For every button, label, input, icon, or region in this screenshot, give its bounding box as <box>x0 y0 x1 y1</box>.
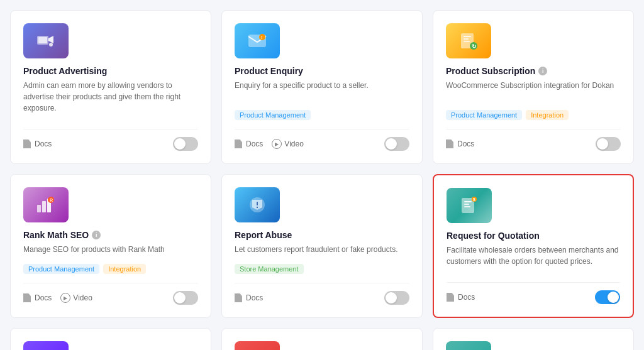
card-footer: Docs <box>23 129 198 151</box>
tag-product: Product Management <box>23 264 99 274</box>
tag-store: Store Management <box>235 264 304 274</box>
doc-icon <box>23 139 31 148</box>
svg-rect-10 <box>464 41 470 42</box>
docs-label: Docs <box>457 139 474 148</box>
card-icon: R <box>23 187 69 222</box>
card-icon: ! <box>235 23 280 58</box>
card-shipstation: ShipStation Integration Adds ShipStation… <box>433 328 634 350</box>
docs-label: Docs <box>458 293 475 302</box>
footer-links: Docs <box>23 139 52 148</box>
card-description: Facilitate wholesale orders between merc… <box>447 244 620 267</box>
tag-product: Product Management <box>446 110 522 120</box>
play-icon: ▶ <box>60 293 70 303</box>
svg-point-20 <box>257 207 258 208</box>
video-link[interactable]: ▶ Video <box>272 139 303 149</box>
card-icon <box>235 341 280 350</box>
video-link[interactable]: ▶ Video <box>60 293 92 303</box>
svg-marker-2 <box>48 36 53 43</box>
tag-integration: Integration <box>526 110 569 120</box>
svg-rect-1 <box>38 37 47 43</box>
doc-icon <box>235 139 242 148</box>
card-description: WooCommerce Subscription integration for… <box>446 80 621 104</box>
card-icon <box>23 341 69 350</box>
footer-links: Docs <box>447 293 475 302</box>
svg-rect-19 <box>257 202 258 205</box>
module-toggle[interactable] <box>173 137 198 151</box>
card-description: Let customers report fraudulent or fake … <box>235 244 409 258</box>
footer-links: Docs ▶ Video <box>23 293 92 303</box>
card-title: Request for Quotation <box>447 231 620 241</box>
play-icon: ▶ <box>272 139 282 149</box>
video-label: Video <box>73 293 92 302</box>
docs-link[interactable]: Docs <box>235 293 263 302</box>
module-toggle[interactable] <box>384 291 409 305</box>
card-description: Enquiry for a specific product to a sell… <box>235 80 409 104</box>
docs-link[interactable]: Docs <box>23 293 52 302</box>
card-footer: Docs ▶ Video <box>23 283 198 305</box>
doc-icon <box>235 293 242 302</box>
doc-icon <box>447 293 454 302</box>
svg-rect-9 <box>464 38 469 40</box>
module-toggle[interactable] <box>384 137 409 151</box>
docs-label: Docs <box>35 139 52 148</box>
info-icon[interactable]: i <box>538 67 547 75</box>
module-toggle[interactable] <box>595 290 620 304</box>
card-title: Rank Math SEO i <box>23 230 198 240</box>
card-tags: Product ManagementIntegration <box>446 110 621 120</box>
modules-grid: Product Advertising Admin can earn more … <box>10 10 634 350</box>
card-icon: ↻ <box>446 23 491 58</box>
docs-label: Docs <box>35 293 52 302</box>
card-description: Admin can earn more by allowing vendors … <box>23 80 198 114</box>
card-product-enquiry: ! Product Enquiry Enquiry for a specific… <box>221 10 423 164</box>
docs-link[interactable]: Docs <box>235 139 263 148</box>
footer-links: Docs <box>446 139 474 148</box>
card-title: Report Abuse <box>235 230 409 240</box>
card-footer: Docs <box>235 283 409 305</box>
footer-links: Docs <box>235 293 263 302</box>
svg-text:!: ! <box>261 35 262 40</box>
card-icon: $ <box>447 188 492 223</box>
svg-rect-22 <box>464 201 472 202</box>
card-title-text: Product Advertising <box>23 66 107 76</box>
module-toggle[interactable] <box>173 291 198 305</box>
svg-text:R: R <box>50 198 53 202</box>
footer-links: Docs ▶ Video <box>235 139 304 149</box>
card-tags: Product ManagementIntegration <box>23 264 198 274</box>
card-title: Product Advertising <box>23 66 198 76</box>
svg-point-3 <box>49 43 53 46</box>
tag-product: Product Management <box>235 110 311 120</box>
card-footer: Docs ▶ Video <box>235 129 409 151</box>
svg-rect-13 <box>37 205 41 212</box>
module-toggle[interactable] <box>596 137 621 151</box>
card-tags: Store Management <box>235 264 409 274</box>
card-footer: Docs <box>446 129 621 151</box>
card-product-advertising: Product Advertising Admin can earn more … <box>10 10 211 164</box>
card-footer: Docs <box>447 282 620 304</box>
docs-label: Docs <box>246 293 263 302</box>
info-icon[interactable]: i <box>92 231 101 239</box>
card-icon <box>235 187 280 222</box>
svg-rect-23 <box>464 204 469 205</box>
card-product-subscription: ↻ Product Subscription i WooCommerce Sub… <box>433 10 634 164</box>
card-report-abuse: Report Abuse Let customers report fraudu… <box>221 174 423 318</box>
card-title-text: Report Abuse <box>235 230 292 240</box>
docs-link[interactable]: Docs <box>23 139 52 148</box>
card-title: Product Enquiry <box>235 66 409 76</box>
svg-rect-14 <box>42 201 46 212</box>
svg-text:$: $ <box>473 197 475 202</box>
card-seller-vacation: Seller Vacation Using this plugin seller… <box>221 328 423 350</box>
svg-text:↻: ↻ <box>472 43 477 50</box>
docs-link[interactable]: Docs <box>447 293 475 302</box>
doc-icon <box>23 293 31 302</box>
card-request-for-quotation: $ Request for Quotation Facilitate whole… <box>433 174 634 318</box>
card-title-text: Product Enquiry <box>235 66 303 76</box>
doc-icon <box>446 139 453 148</box>
card-title: Product Subscription i <box>446 66 621 76</box>
card-icon <box>23 23 69 58</box>
card-tags: Product Management <box>235 110 409 120</box>
card-title-text: Request for Quotation <box>447 231 540 241</box>
docs-link[interactable]: Docs <box>446 139 474 148</box>
svg-rect-8 <box>464 36 471 37</box>
card-icon <box>446 341 491 350</box>
tag-integration: Integration <box>103 264 146 274</box>
